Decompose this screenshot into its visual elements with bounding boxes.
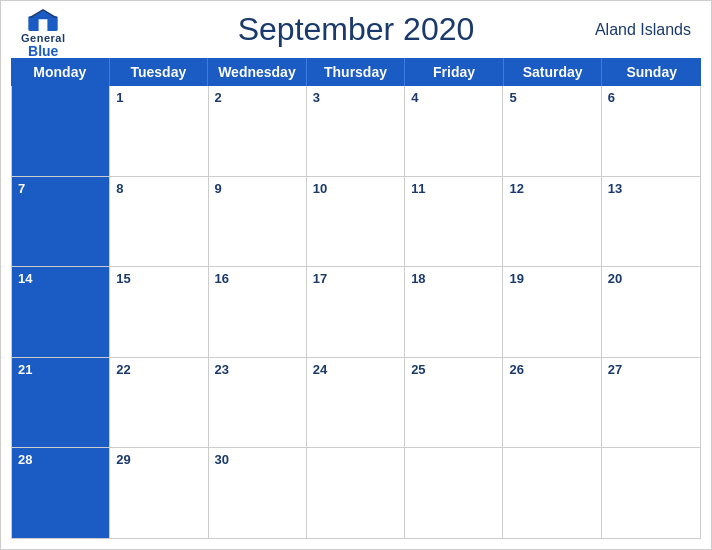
day-17: 17: [313, 271, 398, 286]
cell-27: 27: [602, 358, 700, 448]
calendar-row-2: 7 8 9 10 11 12 13: [12, 177, 700, 268]
day-13: 13: [608, 181, 694, 196]
cell-20: 20: [602, 267, 700, 357]
logo: General Blue: [21, 9, 65, 58]
day-8: 8: [116, 181, 201, 196]
day-26: 26: [509, 362, 594, 377]
day-6: 6: [608, 90, 694, 105]
cell-empty-r5-7: [602, 448, 700, 538]
header-monday: Monday: [11, 58, 110, 86]
day-2: 2: [215, 90, 300, 105]
calendar-page: General Blue September 2020 Aland Island…: [0, 0, 712, 550]
cell-21: 21: [12, 358, 110, 448]
header-sunday: Sunday: [602, 58, 701, 86]
logo-blue-text: Blue: [28, 44, 58, 58]
header-wednesday: Wednesday: [208, 58, 307, 86]
cell-7: 7: [12, 177, 110, 267]
cell-26: 26: [503, 358, 601, 448]
day-10: 10: [313, 181, 398, 196]
day-12: 12: [509, 181, 594, 196]
cell-empty-r5-6: [503, 448, 601, 538]
day-9: 9: [215, 181, 300, 196]
header-saturday: Saturday: [504, 58, 603, 86]
day-4: 4: [411, 90, 496, 105]
cell-29: 29: [110, 448, 208, 538]
cell-19: 19: [503, 267, 601, 357]
cell-5: 5: [503, 86, 601, 176]
cell-8: 8: [110, 177, 208, 267]
header-thursday: Thursday: [307, 58, 406, 86]
cell-2: 2: [209, 86, 307, 176]
cell-6: 6: [602, 86, 700, 176]
cell-28: 28: [12, 448, 110, 538]
cell-10: 10: [307, 177, 405, 267]
cell-3: 3: [307, 86, 405, 176]
cell-30: 30: [209, 448, 307, 538]
day-30: 30: [215, 452, 300, 467]
cell-22: 22: [110, 358, 208, 448]
cell-16: 16: [209, 267, 307, 357]
day-16: 16: [215, 271, 300, 286]
day-15: 15: [116, 271, 201, 286]
cell-13: 13: [602, 177, 700, 267]
day-7: 7: [18, 181, 103, 196]
day-14: 14: [18, 271, 103, 286]
day-20: 20: [608, 271, 694, 286]
calendar-body: 1 2 3 4 5 6 7 8 9 10 11 12 13 14 15 16: [11, 86, 701, 539]
cell-24: 24: [307, 358, 405, 448]
calendar-row-5: 28 29 30: [12, 448, 700, 538]
cell-23: 23: [209, 358, 307, 448]
day-21: 21: [18, 362, 103, 377]
cell-17: 17: [307, 267, 405, 357]
calendar-header: Monday Tuesday Wednesday Thursday Friday…: [11, 58, 701, 86]
day-25: 25: [411, 362, 496, 377]
day-3: 3: [313, 90, 398, 105]
header-friday: Friday: [405, 58, 504, 86]
day-22: 22: [116, 362, 201, 377]
day-27: 27: [608, 362, 694, 377]
svg-rect-3: [39, 19, 48, 31]
cell-1: 1: [110, 86, 208, 176]
cell-empty-r5-4: [307, 448, 405, 538]
cell-9: 9: [209, 177, 307, 267]
day-29: 29: [116, 452, 201, 467]
day-11: 11: [411, 181, 496, 196]
header-tuesday: Tuesday: [110, 58, 209, 86]
day-5: 5: [509, 90, 594, 105]
day-1: 1: [116, 90, 201, 105]
page-header: General Blue September 2020 Aland Island…: [1, 1, 711, 58]
calendar-row-4: 21 22 23 24 25 26 27: [12, 358, 700, 449]
day-28: 28: [18, 452, 103, 467]
day-23: 23: [215, 362, 300, 377]
cell-empty-r5-5: [405, 448, 503, 538]
region-label: Aland Islands: [595, 21, 691, 39]
day-18: 18: [411, 271, 496, 286]
day-24: 24: [313, 362, 398, 377]
logo-icon: [28, 9, 58, 31]
cell-12: 12: [503, 177, 601, 267]
cell-25: 25: [405, 358, 503, 448]
cell-11: 11: [405, 177, 503, 267]
cell-18: 18: [405, 267, 503, 357]
cell-empty-1: [12, 86, 110, 176]
calendar-container: Monday Tuesday Wednesday Thursday Friday…: [1, 58, 711, 549]
calendar-row-1: 1 2 3 4 5 6: [12, 86, 700, 177]
calendar-row-3: 14 15 16 17 18 19 20: [12, 267, 700, 358]
page-title: September 2020: [238, 11, 475, 48]
day-19: 19: [509, 271, 594, 286]
cell-14: 14: [12, 267, 110, 357]
cell-15: 15: [110, 267, 208, 357]
cell-4: 4: [405, 86, 503, 176]
